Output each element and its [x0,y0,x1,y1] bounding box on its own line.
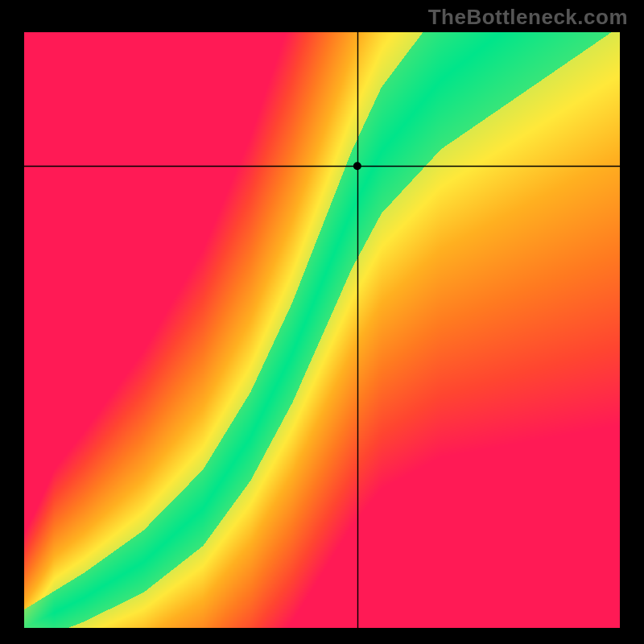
chart-stage: TheBottleneck.com [0,0,644,644]
watermark-text: TheBottleneck.com [428,5,628,30]
bottleneck-heatmap [24,32,620,628]
